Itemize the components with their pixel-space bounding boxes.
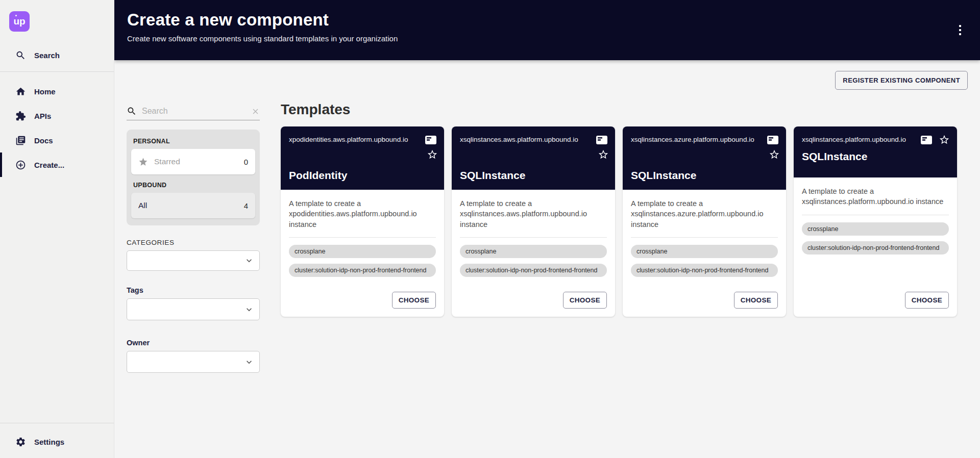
template-title: SQLInstance (802, 150, 950, 163)
upbound-logo[interactable]: up (9, 11, 30, 32)
chevron-down-icon (244, 357, 254, 367)
card-divider (631, 237, 778, 238)
star-outline-icon[interactable] (769, 149, 780, 160)
card-header: xsqlinstances.platform.upbound.io SQLIns… (794, 126, 957, 177)
card-divider (289, 237, 436, 238)
star-icon (138, 157, 148, 167)
card-header: xsqlinstances.azure.platform.upbound.io … (623, 126, 786, 190)
docs-icon (15, 135, 26, 146)
home-icon (15, 86, 26, 97)
categories-filter: CATEGORIES (127, 239, 260, 271)
search-icon (15, 50, 26, 61)
page-header: Create a new component Create new softwa… (114, 0, 980, 60)
register-existing-component-button[interactable]: REGISTER EXISTING COMPONENT (835, 71, 968, 90)
template-card: xsqlinstances.aws.platform.upbound.io SQ… (452, 126, 615, 317)
facet-panel: PERSONAL Starred 0 UPBOUND All 4 (127, 130, 260, 225)
template-badge-icon (596, 135, 608, 145)
sidebar-divider-bottom (0, 423, 114, 423)
template-cards: xpodidentities.aws.platform.upbound.io P… (281, 126, 968, 317)
sidebar-item-apis[interactable]: APIs (0, 104, 114, 128)
templates-heading: Templates (281, 101, 968, 118)
sidebar-item-create[interactable]: Create... (0, 152, 114, 177)
star-outline-icon[interactable] (427, 149, 438, 160)
page-title: Create a new component (127, 10, 980, 30)
sidebar-item-docs[interactable]: Docs (0, 128, 114, 152)
choose-button[interactable]: CHOOSE (392, 292, 436, 309)
star-outline-icon[interactable] (598, 149, 609, 160)
card-body: A template to create a xsqlinstances.aws… (452, 190, 615, 317)
card-header: xpodidentities.aws.platform.upbound.io P… (281, 126, 444, 190)
owner-filter: Owner (127, 339, 260, 373)
sidebar-create-label: Create... (34, 161, 64, 169)
template-description: A template to create a xsqlinstances.azu… (631, 198, 778, 230)
sidebar-item-search[interactable]: Search (0, 44, 114, 66)
puzzle-icon (15, 111, 26, 121)
upbound-section-label: UPBOUND (133, 182, 255, 189)
template-title: SQLInstance (631, 169, 696, 182)
star-outline-icon[interactable] (939, 134, 950, 145)
all-count: 4 (244, 201, 248, 210)
logo-text: up (13, 16, 25, 27)
template-card: xpodidentities.aws.platform.upbound.io P… (281, 126, 444, 317)
sidebar-apis-label: APIs (34, 112, 51, 120)
template-badge-icon (767, 135, 779, 145)
card-divider (802, 215, 949, 215)
templates-section: REGISTER EXISTING COMPONENT Templates xp… (281, 71, 968, 458)
create-icon (15, 160, 26, 170)
template-badge-icon (425, 135, 437, 145)
template-title: SQLInstance (460, 169, 525, 182)
card-body: A template to create a xsqlinstances.azu… (623, 190, 786, 317)
starred-count: 0 (244, 158, 248, 166)
categories-label: CATEGORIES (127, 239, 260, 246)
card-body: A template to create a xsqlinstances.pla… (794, 177, 957, 317)
template-title: PodIdentity (289, 169, 347, 182)
logo-dot (15, 15, 17, 16)
card-body: A template to create a xpodidentities.aw… (281, 190, 444, 317)
template-card: xsqlinstances.azure.platform.upbound.io … (623, 126, 786, 317)
template-search (127, 106, 260, 120)
template-badge-icon (920, 135, 933, 145)
tag-chip: crossplane (802, 222, 949, 236)
tag-chip: cluster:solution-idp-non-prod-frontend-f… (631, 264, 778, 277)
sidebar-item-settings[interactable]: Settings (0, 428, 114, 455)
owner-select[interactable] (127, 351, 260, 373)
kebab-menu-icon[interactable] (953, 22, 967, 38)
template-card: xsqlinstances.platform.upbound.io SQLIns… (794, 126, 957, 317)
clear-search-icon[interactable] (251, 107, 260, 116)
card-header: xsqlinstances.aws.platform.upbound.io SQ… (452, 126, 615, 190)
template-name: xsqlinstances.platform.upbound.io (802, 135, 906, 144)
starred-label: Starred (154, 157, 180, 166)
tag-chip: cluster:solution-idp-non-prod-frontend-f… (460, 264, 607, 277)
search-icon (127, 106, 137, 116)
sidebar-item-home[interactable]: Home (0, 79, 114, 104)
main-content: PERSONAL Starred 0 UPBOUND All 4 CATEGOR… (114, 60, 980, 458)
tag-chip: crossplane (289, 245, 436, 258)
template-name: xsqlinstances.azure.platform.upbound.io (631, 135, 754, 144)
tags-label: Tags (127, 286, 260, 294)
facet-starred[interactable]: Starred 0 (131, 149, 255, 174)
all-label: All (138, 201, 147, 210)
tag-chip: crossplane (631, 245, 778, 258)
tag-chip: crossplane (460, 245, 607, 258)
page-subtitle: Create new software components using sta… (127, 34, 980, 43)
personal-section-label: PERSONAL (133, 138, 255, 145)
template-name: xsqlinstances.aws.platform.upbound.io (460, 135, 578, 144)
gear-icon (15, 437, 26, 447)
categories-select[interactable] (127, 250, 260, 271)
sidebar-settings-label: Settings (34, 438, 64, 446)
template-description: A template to create a xpodidentities.aw… (289, 198, 436, 230)
filter-panel: PERSONAL Starred 0 UPBOUND All 4 CATEGOR… (127, 106, 260, 458)
template-description: A template to create a xsqlinstances.pla… (802, 186, 949, 207)
chevron-down-icon (244, 304, 254, 315)
tags-select[interactable] (127, 298, 260, 320)
tags-filter: Tags (127, 286, 260, 320)
template-name: xpodidentities.aws.platform.upbound.io (289, 135, 408, 144)
choose-button[interactable]: CHOOSE (734, 292, 778, 309)
choose-button[interactable]: CHOOSE (905, 292, 949, 309)
template-search-input[interactable] (142, 107, 251, 116)
template-description: A template to create a xsqlinstances.aws… (460, 198, 607, 230)
choose-button[interactable]: CHOOSE (563, 292, 607, 309)
owner-label: Owner (127, 339, 260, 347)
facet-all[interactable]: All 4 (131, 193, 255, 218)
sidebar-home-label: Home (34, 87, 56, 96)
